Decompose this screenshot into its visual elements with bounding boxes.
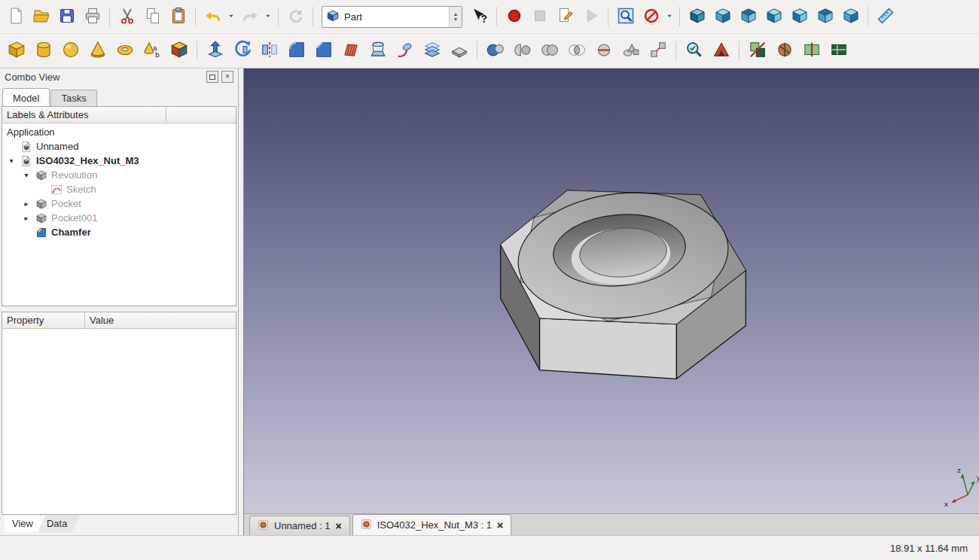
open-button[interactable]	[29, 5, 53, 29]
fit-all-button[interactable]	[613, 5, 638, 29]
view-left-button[interactable]	[838, 5, 863, 29]
value-column-header[interactable]: Value	[85, 312, 236, 328]
part-thickness-button[interactable]	[446, 38, 472, 65]
p-torus-icon	[115, 40, 135, 62]
property-table-header: Property Value	[2, 312, 236, 329]
macro-edit-button[interactable]	[553, 5, 578, 29]
workbench-selector[interactable]: Part▴▾	[322, 6, 462, 28]
part-sweep-button[interactable]	[392, 38, 418, 65]
tree-item-pocket001[interactable]: ▸Pocket001	[2, 211, 236, 225]
print-button[interactable]	[80, 5, 105, 29]
tree-expander-icon[interactable]: ▸	[20, 214, 32, 222]
tree-header-label[interactable]: Labels & Attributes	[2, 107, 166, 123]
hex-nut-model[interactable]	[501, 183, 746, 379]
tree-item-revolution[interactable]: ▾Revolution	[2, 168, 236, 182]
axis-z-label: z	[957, 466, 961, 474]
view-bottom-button[interactable]	[813, 5, 837, 29]
tab-close-icon[interactable]: ×	[497, 520, 503, 531]
part-offset-button[interactable]	[419, 38, 445, 65]
part-boolean-fragments-button[interactable]	[825, 38, 852, 65]
property-pane: Property Value	[2, 312, 236, 515]
p-explode-icon	[648, 40, 668, 62]
macro-record-button[interactable]	[502, 5, 526, 29]
document-tab-unnamed-1[interactable]: Unnamed : 1×	[249, 516, 350, 535]
3d-viewport[interactable]: z y x	[243, 68, 979, 513]
tab-view[interactable]: View	[5, 516, 45, 532]
draw-style-button[interactable]	[639, 5, 663, 29]
part-revolve-button[interactable]	[229, 38, 255, 65]
tab-model[interactable]: Model	[2, 88, 50, 107]
horizontal-splitter[interactable]	[0, 306, 238, 312]
part-box-button[interactable]	[3, 38, 29, 65]
part-slice-apart-button[interactable]	[771, 38, 798, 65]
part-intersection-button[interactable]	[563, 38, 590, 65]
part-torus-button[interactable]	[111, 38, 138, 65]
property-column-header[interactable]: Property	[2, 312, 85, 328]
part-slice-button[interactable]	[798, 38, 825, 65]
whats-this-button[interactable]: ?	[467, 5, 492, 29]
tree-item-pocket[interactable]: ▸Pocket	[2, 196, 236, 211]
tree-item-chamfer[interactable]: Chamfer	[2, 225, 236, 239]
redo-menu-button[interactable]	[263, 5, 273, 29]
view-right-button[interactable]	[761, 5, 786, 29]
part-cone-button[interactable]	[84, 38, 111, 65]
tab-close-icon[interactable]: ×	[335, 521, 341, 531]
part-compound-button[interactable]	[618, 38, 644, 65]
part-fillet-button[interactable]	[283, 38, 310, 65]
tree-expander-icon[interactable]: ▾	[5, 157, 17, 165]
view-front-button[interactable]	[710, 5, 735, 29]
refresh-button[interactable]	[283, 5, 308, 29]
save-button[interactable]	[54, 5, 79, 29]
part-union-button[interactable]	[536, 38, 563, 65]
part-defeaturing-button[interactable]	[708, 38, 734, 65]
part-boolean-button[interactable]	[482, 38, 508, 65]
view-top-button[interactable]	[736, 5, 761, 29]
part-explode-compound-button[interactable]	[645, 38, 671, 65]
view-rear-button[interactable]	[787, 5, 812, 29]
tab-tasks[interactable]: Tasks	[50, 90, 96, 107]
part-section-button[interactable]	[590, 38, 617, 65]
part-extrude-button[interactable]	[202, 38, 228, 65]
tree-item-label: Application	[5, 126, 56, 138]
macro-stop-button[interactable]	[527, 5, 552, 29]
draw-style-menu-button[interactable]	[664, 5, 675, 29]
part-chamfer-button[interactable]	[310, 38, 337, 65]
workbench-spinner[interactable]: ▴▾	[449, 7, 462, 27]
copy-button[interactable]	[140, 5, 165, 29]
redo-button[interactable]	[237, 5, 262, 29]
toolbar-separator	[676, 41, 676, 61]
p-ruled-icon	[341, 40, 361, 62]
close-panel-button[interactable]: ×	[221, 71, 233, 83]
tree-item-iso4032-hex-nut-m3[interactable]: ▾ISO4032_Hex_Nut_M3	[2, 154, 236, 168]
part-boolean-xor-button[interactable]	[744, 38, 770, 65]
macro-record-icon	[505, 7, 523, 27]
3d-scene[interactable]: z y x	[244, 68, 979, 513]
part-check-geometry-button[interactable]	[681, 38, 707, 65]
macro-play-button[interactable]	[578, 5, 603, 29]
tree-item-unnamed[interactable]: Unnamed	[2, 139, 236, 154]
part-sphere-button[interactable]	[57, 38, 84, 65]
new-file-button[interactable]	[3, 5, 28, 29]
undo-button[interactable]	[200, 5, 225, 29]
tab-data[interactable]: Data	[39, 516, 79, 532]
cut-button[interactable]	[114, 5, 139, 29]
document-tab-label: Unnamed : 1	[274, 520, 330, 531]
part-shapebuilder-button[interactable]	[166, 38, 192, 65]
tree-expander-icon[interactable]: ▾	[20, 171, 32, 179]
document-tab-iso4032-hex-nut-m3-1[interactable]: ISO4032_Hex_Nut_M3 : 1×	[352, 514, 512, 535]
part-cylinder-button[interactable]	[30, 38, 56, 65]
part-primitives-button[interactable]: ab	[139, 38, 165, 65]
float-panel-button[interactable]	[206, 71, 218, 83]
tree-item-application[interactable]: Application	[2, 125, 236, 139]
paste-button[interactable]	[166, 5, 191, 29]
view-isometric-button[interactable]	[685, 5, 709, 29]
undo-menu-button[interactable]	[226, 5, 236, 29]
measure-button[interactable]	[873, 5, 898, 29]
part-loft-button[interactable]	[364, 38, 391, 65]
part-ruled-surface-button[interactable]	[337, 38, 364, 65]
part-mirror-button[interactable]	[256, 38, 282, 65]
part-cut-button[interactable]	[509, 38, 535, 65]
tree-expander-icon[interactable]: ▸	[20, 199, 32, 208]
p-box-icon	[7, 40, 26, 62]
tree-item-sketch[interactable]: Sketch	[2, 182, 236, 196]
